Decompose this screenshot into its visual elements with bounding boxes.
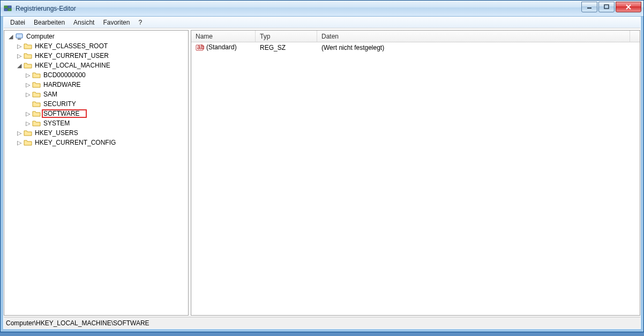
expander-icon[interactable]: ▷ — [15, 43, 24, 50]
tree-item-computer[interactable]: ◢ Computer — [6, 32, 188, 41]
menu-favoriten[interactable]: Favoriten — [99, 17, 134, 28]
tree-label: HARDWARE — [42, 80, 82, 89]
folder-icon — [32, 109, 41, 118]
cell-typ: REG_SZ — [256, 43, 317, 53]
tree-item-software[interactable]: ▷ SOFTWARE — [6, 109, 188, 118]
folder-icon — [32, 90, 41, 99]
tree-item-bcd[interactable]: ▷ BCD00000000 — [6, 70, 188, 80]
folder-icon — [24, 138, 32, 147]
status-bar: Computer\HKEY_LOCAL_MACHINE\SOFTWARE — [4, 317, 640, 328]
window-frame: Registrierungs-Editor Datei Bearbeiten A… — [0, 0, 644, 332]
column-header-spacer — [630, 31, 640, 42]
folder-icon — [32, 119, 41, 128]
folder-icon — [24, 61, 32, 70]
tree: ◢ Computer ▷ HKEY_CLASSES_ROOT ▷ H — [4, 32, 188, 147]
app-icon — [4, 4, 12, 13]
tree-label: SECURITY — [42, 100, 77, 108]
column-header-daten[interactable]: Daten — [317, 31, 630, 42]
status-path: Computer\HKEY_LOCAL_MACHINE\SOFTWARE — [6, 319, 149, 327]
expander-icon[interactable]: ◢ — [6, 33, 15, 40]
cell-daten: (Wert nicht festgelegt) — [317, 43, 640, 53]
svg-text:ab: ab — [197, 43, 204, 51]
window-controls — [580, 2, 641, 12]
close-icon — [626, 4, 631, 10]
string-value-icon: ab — [196, 43, 204, 52]
menu-help[interactable]: ? — [134, 17, 146, 28]
folder-icon — [24, 51, 32, 60]
menu-bar: Datei Bearbeiten Ansicht Favoriten ? — [4, 17, 640, 28]
column-header-typ[interactable]: Typ — [256, 31, 317, 42]
folder-icon — [32, 71, 41, 79]
list-header: Name Typ Daten — [191, 31, 640, 42]
close-button[interactable] — [616, 2, 641, 12]
client-area: ◢ Computer ▷ HKEY_CLASSES_ROOT ▷ H — [4, 28, 640, 317]
tree-label: SAM — [42, 90, 58, 99]
expander-icon[interactable]: ▷ — [24, 72, 32, 79]
svg-rect-0 — [4, 6, 8, 8]
cell-name-text: (Standard) — [206, 43, 237, 51]
title-bar[interactable]: Registrierungs-Editor — [1, 1, 643, 17]
tree-label: BCD00000000 — [42, 71, 87, 79]
menu-bearbeiten[interactable]: Bearbeiten — [29, 17, 69, 28]
tree-item-sam[interactable]: ▷ SAM — [6, 89, 188, 99]
minimize-button[interactable] — [581, 2, 597, 12]
menu-ansicht[interactable]: Ansicht — [69, 17, 99, 28]
folder-icon — [24, 129, 32, 137]
svg-rect-4 — [587, 8, 591, 9]
tree-item-security[interactable]: ▷ SECURITY — [6, 99, 188, 109]
svg-rect-7 — [18, 39, 21, 40]
svg-rect-3 — [8, 9, 11, 11]
computer-icon — [15, 32, 24, 41]
minimize-icon — [587, 4, 592, 10]
tree-pane[interactable]: ◢ Computer ▷ HKEY_CLASSES_ROOT ▷ H — [4, 30, 189, 316]
window-title: Registrierungs-Editor — [16, 5, 76, 12]
tree-item-hku[interactable]: ▷ HKEY_USERS — [6, 128, 188, 138]
tree-label: Computer — [25, 32, 56, 41]
expander-icon[interactable]: ▷ — [24, 110, 32, 117]
folder-icon — [32, 80, 41, 89]
svg-rect-6 — [16, 34, 23, 38]
maximize-icon — [604, 4, 609, 10]
tree-item-system[interactable]: ▷ SYSTEM — [6, 118, 188, 128]
maximize-button[interactable] — [598, 2, 615, 12]
tree-item-hkcu[interactable]: ▷ HKEY_CURRENT_USER — [6, 51, 188, 61]
tree-item-hardware[interactable]: ▷ HARDWARE — [6, 80, 188, 89]
column-header-name[interactable]: Name — [191, 31, 256, 42]
tree-label: HKEY_CLASSES_ROOT — [34, 42, 109, 50]
tree-label: HKEY_CURRENT_USER — [34, 51, 110, 60]
tree-item-hkcc[interactable]: ▷ HKEY_CURRENT_CONFIG — [6, 138, 188, 147]
folder-icon — [32, 100, 41, 108]
expander-icon[interactable]: ▷ — [24, 91, 32, 98]
cell-name: ab (Standard) — [191, 42, 256, 53]
expander-icon[interactable]: ◢ — [15, 62, 24, 69]
svg-rect-2 — [4, 9, 8, 11]
expander-icon[interactable]: ▷ — [15, 53, 24, 59]
expander-icon[interactable]: ▷ — [15, 139, 24, 146]
menu-datei[interactable]: Datei — [6, 17, 29, 28]
tree-label: HKEY_USERS — [34, 129, 79, 137]
tree-label: SOFTWARE — [42, 110, 86, 117]
tree-label: SYSTEM — [42, 119, 71, 128]
list-pane[interactable]: Name Typ Daten ab (Standard) REG_SZ (Wer… — [191, 30, 640, 316]
tree-item-hkcr[interactable]: ▷ HKEY_CLASSES_ROOT — [6, 41, 188, 51]
list-row[interactable]: ab (Standard) REG_SZ (Wert nicht festgel… — [191, 42, 640, 53]
svg-rect-1 — [8, 6, 11, 8]
expander-icon[interactable]: ▷ — [15, 130, 24, 137]
tree-item-hklm[interactable]: ◢ HKEY_LOCAL_MACHINE — [6, 61, 188, 70]
folder-icon — [24, 42, 32, 50]
tree-label: HKEY_LOCAL_MACHINE — [34, 61, 111, 70]
tree-label: HKEY_CURRENT_CONFIG — [34, 138, 117, 147]
expander-icon[interactable]: ▷ — [24, 81, 32, 88]
svg-rect-5 — [604, 5, 609, 9]
expander-icon[interactable]: ▷ — [24, 120, 32, 127]
